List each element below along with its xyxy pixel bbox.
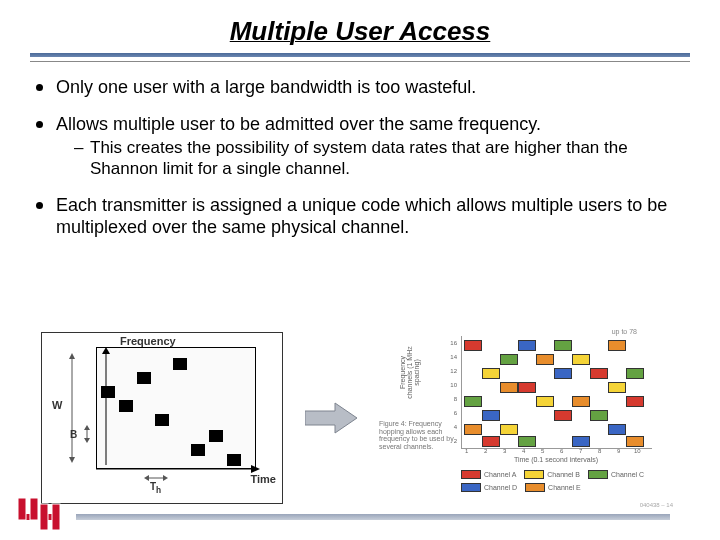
bullet-2: Allows multiple user to be admitted over… xyxy=(34,113,686,180)
right-corner-code: 040438 – 14 xyxy=(640,502,673,508)
svg-marker-9 xyxy=(84,438,90,443)
swatch-a xyxy=(461,470,481,479)
bullet-2-text: Allows multiple user to be admitted over… xyxy=(56,114,541,134)
left-th-label: Th xyxy=(150,481,161,495)
svg-marker-11 xyxy=(144,475,149,481)
right-legend: Channel A Channel B Channel C Channel D … xyxy=(461,470,661,492)
hop-cell xyxy=(626,436,644,447)
bullet-1-text: Only one user with a large bandwidth is … xyxy=(56,77,476,97)
th-span-arrow-icon xyxy=(144,473,168,483)
hop-cell xyxy=(554,368,572,379)
hop-cell xyxy=(554,340,572,351)
slide: Multiple User Access Only one user with … xyxy=(0,0,720,540)
hop-point xyxy=(137,372,151,384)
swatch-e xyxy=(525,483,545,492)
svg-marker-6 xyxy=(69,457,75,463)
ytick: 14 xyxy=(450,354,457,360)
legend-label: Channel E xyxy=(548,484,581,491)
left-ylabel: Frequency xyxy=(120,335,176,347)
left-w-label: W xyxy=(52,399,62,411)
hop-cell xyxy=(572,354,590,365)
hop-cell xyxy=(518,436,536,447)
xtick: 8 xyxy=(598,448,601,454)
hop-cell xyxy=(464,340,482,351)
hop-cell xyxy=(554,410,572,421)
slide-title: Multiple User Access xyxy=(0,0,720,53)
legend-label: Channel C xyxy=(611,471,644,478)
transition-arrow-icon xyxy=(305,401,357,435)
legend-label: Channel D xyxy=(484,484,517,491)
hop-cell xyxy=(572,436,590,447)
xtick: 6 xyxy=(560,448,563,454)
swatch-d xyxy=(461,483,481,492)
xtick: 2 xyxy=(484,448,487,454)
svg-marker-3 xyxy=(251,465,260,473)
hop-cell xyxy=(626,368,644,379)
w-span-arrow-icon xyxy=(66,353,78,463)
hop-cell xyxy=(608,340,626,351)
title-rule-thick xyxy=(30,53,690,57)
bullet-3: Each transmitter is assigned a unique co… xyxy=(34,194,686,239)
right-grid xyxy=(461,336,652,449)
hop-cell xyxy=(482,436,500,447)
hop-cell xyxy=(518,382,536,393)
ytick: 8 xyxy=(454,396,457,402)
subbullet-list-2: This creates the possibility of system d… xyxy=(74,137,686,180)
svg-marker-12 xyxy=(163,475,168,481)
left-chart-box xyxy=(96,347,256,469)
hop-point xyxy=(191,444,205,456)
legend-item-b: Channel B xyxy=(524,470,580,479)
hop-cell xyxy=(482,410,500,421)
swatch-b xyxy=(524,470,544,479)
figure-right: up to 78 Frequency channels (1 MHz spaci… xyxy=(379,328,679,508)
ytick: 16 xyxy=(450,340,457,346)
xtick: 5 xyxy=(541,448,544,454)
svg-marker-13 xyxy=(305,403,357,433)
title-rule-thin xyxy=(30,61,690,62)
left-xlabel: Time xyxy=(251,473,276,485)
xtick: 7 xyxy=(579,448,582,454)
ytick: 6 xyxy=(454,410,457,416)
swatch-c xyxy=(588,470,608,479)
bullet-list: Only one user with a large bandwidth is … xyxy=(34,76,686,239)
xtick: 10 xyxy=(634,448,641,454)
legend-item-c: Channel C xyxy=(588,470,644,479)
legend-label: Channel A xyxy=(484,471,516,478)
hop-cell xyxy=(536,396,554,407)
bullet-2-sub-1-text: This creates the possibility of system d… xyxy=(90,138,628,178)
legend-item-a: Channel A xyxy=(461,470,516,479)
b-span-arrow-icon xyxy=(82,425,92,443)
hop-cell xyxy=(464,396,482,407)
hop-cell xyxy=(500,424,518,435)
legend-label: Channel B xyxy=(547,471,580,478)
figure-left: Frequency Time W xyxy=(41,332,283,504)
figures-row: Frequency Time W xyxy=(0,328,720,508)
bullet-1: Only one user with a large bandwidth is … xyxy=(34,76,686,99)
svg-marker-1 xyxy=(102,347,110,354)
legend-item-e: Channel E xyxy=(525,483,581,492)
footer-rule xyxy=(76,514,670,520)
svg-marker-8 xyxy=(84,425,90,430)
hop-cell xyxy=(500,354,518,365)
uh-logo xyxy=(14,494,62,534)
hop-cell xyxy=(590,368,608,379)
xtick: 9 xyxy=(617,448,620,454)
hop-cell xyxy=(464,424,482,435)
xtick: 4 xyxy=(522,448,525,454)
bullet-2-sub-1: This creates the possibility of system d… xyxy=(74,137,686,180)
hop-cell xyxy=(518,340,536,351)
hop-point xyxy=(209,430,223,442)
hop-cell xyxy=(482,368,500,379)
hop-cell xyxy=(626,396,644,407)
hop-cell xyxy=(590,410,608,421)
bullet-3-text: Each transmitter is assigned a unique co… xyxy=(56,195,667,238)
svg-marker-5 xyxy=(69,353,75,359)
content-area: Only one user with a large bandwidth is … xyxy=(0,76,720,239)
legend-item-d: Channel D xyxy=(461,483,517,492)
y-axis-arrow-icon xyxy=(100,347,112,469)
right-xlabel: Time (0.1 second intervals) xyxy=(461,456,651,463)
ytick: 10 xyxy=(450,382,457,388)
hop-point xyxy=(173,358,187,370)
right-upper-note: up to 78 xyxy=(612,328,637,335)
hop-cell xyxy=(608,382,626,393)
